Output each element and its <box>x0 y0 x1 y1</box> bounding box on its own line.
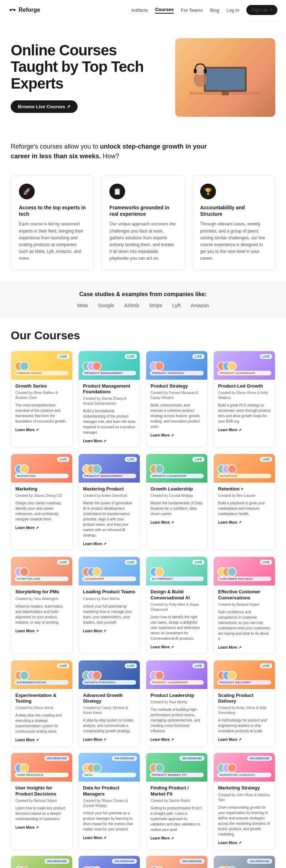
course-creator: Created by Shaun Clowes & Crystal Widjaj… <box>83 798 135 808</box>
course-badge: On-Demand <box>179 756 204 761</box>
avatar <box>20 671 29 680</box>
logo[interactable]: Reforge <box>9 6 40 14</box>
course-description: Learn how to make key product decisions … <box>15 805 68 822</box>
avatar <box>20 464 29 474</box>
course-title: Experimentation & Testing <box>15 693 68 704</box>
course-title: Product Management Foundations <box>83 383 135 395</box>
card-avatars <box>82 567 136 577</box>
course-description: Unlock your full potential as a product … <box>83 810 135 832</box>
course-title: Growth Series <box>15 383 68 389</box>
course-title: Design & Build Conversational AI <box>151 589 203 601</box>
learn-more-link[interactable]: Learn More ↗ <box>218 841 241 845</box>
course-card: On-Demand Engineering Engineering Manage… <box>213 855 275 868</box>
learn-more-link[interactable]: Learn More ↗ <box>15 526 39 530</box>
avatar <box>227 567 237 577</box>
learn-more-link[interactable]: Learn More ↗ <box>83 629 106 633</box>
card-avatars <box>15 763 69 773</box>
card-header-bg: Live AI / Product <box>146 557 207 585</box>
card-header-bg: On-Demand Product Market Fit <box>146 753 207 782</box>
course-badge: Live <box>57 560 69 565</box>
course-card: Live Product Strategy Product Strategy C… <box>146 351 208 448</box>
course-title: Finding Product / Market Fit <box>151 785 203 797</box>
card-body: Mastering Product Created by Aniket Deos… <box>79 483 140 550</box>
course-badge: Live <box>260 663 272 668</box>
course-category: User Research <box>15 773 69 777</box>
svg-point-7 <box>195 65 205 75</box>
learn-more-link[interactable]: Learn More ↗ <box>218 645 241 649</box>
learn-more-link[interactable]: Learn More ↗ <box>15 629 39 633</box>
browse-courses-button[interactable]: Browse Live Courses ↗ <box>11 100 78 113</box>
course-badge: On-Demand <box>247 859 272 864</box>
card-avatars <box>150 866 204 868</box>
nav-login[interactable]: Log In <box>226 8 239 13</box>
course-category: Product Leadership <box>217 371 271 375</box>
learn-more-link[interactable]: Learn More ↗ <box>15 825 39 829</box>
learn-more-link[interactable]: Learn More ↗ <box>151 645 174 649</box>
case-studies-heading: Case studies & examples from companies l… <box>11 291 275 298</box>
learn-more-link[interactable]: Learn More ↗ <box>218 428 241 432</box>
avatar <box>20 567 29 577</box>
card-avatars <box>15 671 69 680</box>
frameworks-icon: 📋 <box>109 184 125 199</box>
svg-rect-4 <box>206 69 245 90</box>
course-title: Product Leadership <box>151 693 203 698</box>
nav-courses[interactable]: Courses <box>155 7 174 14</box>
course-badge: On-Demand <box>112 756 137 761</box>
card-header-bg: Live Experimentation <box>11 660 72 689</box>
card-header-bg: Live Career Series <box>11 351 72 380</box>
learn-more-link[interactable]: Learn More ↗ <box>151 738 174 742</box>
pillars-section: 🚀 Access to the top experts in tech Each… <box>0 165 286 281</box>
card-body: Leading Product Teams Created by Ravi Me… <box>79 585 140 637</box>
course-title: Leading Product Teams <box>83 589 135 595</box>
avatar <box>20 361 29 371</box>
course-badge: On-Demand <box>179 859 204 864</box>
course-title: Product-Led Growth <box>218 383 271 389</box>
learn-more-link[interactable]: Learn More ↗ <box>83 542 106 546</box>
course-card: Live Retention Retention + Created by Be… <box>213 454 275 551</box>
nav-artifacts[interactable]: Artifacts <box>131 8 148 13</box>
learn-more-link[interactable]: Learn More ↗ <box>15 428 39 432</box>
course-card: Live Career Series Growth Series Created… <box>11 351 73 448</box>
course-description: Gain confidence and competence in custom… <box>218 609 271 642</box>
learn-more-link[interactable]: Learn More ↗ <box>83 836 106 840</box>
learn-more-link[interactable]: Learn More ↗ <box>151 836 174 840</box>
card-avatars <box>82 763 136 773</box>
course-category: Storytelling <box>15 577 69 581</box>
navigation: Reforge Artifacts Courses For Teams Blog… <box>0 0 286 20</box>
learn-more-link[interactable]: Learn More ↗ <box>83 439 106 443</box>
card-avatars <box>150 567 204 577</box>
card-avatars <box>150 361 204 371</box>
learn-more-link[interactable]: Learn More ↗ <box>218 520 241 524</box>
course-badge: Live <box>125 663 137 668</box>
course-description: Unlock your full potential by mastering … <box>83 604 135 625</box>
nav-signup-button[interactable]: Sign Up ↗ <box>246 5 277 15</box>
course-category: Leadership <box>82 577 136 581</box>
course-title: Mastering Product <box>83 486 135 492</box>
course-creator: Created by Fareed Mosavat & Casey Winter… <box>151 390 203 400</box>
hero-image-visual <box>175 38 275 117</box>
course-creator: Created by Elena Verna <box>15 705 68 710</box>
learn-more-link[interactable]: Learn More ↗ <box>218 738 241 742</box>
nav-for-teams[interactable]: For Teams <box>181 8 203 13</box>
nav-blog[interactable]: Blog <box>210 8 219 13</box>
learn-more-link[interactable]: Learn More ↗ <box>151 433 174 437</box>
course-creator: Created by Behzad Srijani <box>15 798 68 803</box>
card-avatars <box>82 361 136 371</box>
card-body: Experimentation & Testing Created by Ele… <box>11 689 72 747</box>
course-creator: Created by Andy Johns & Matt Greenberg <box>218 705 271 715</box>
learn-more-link[interactable]: Learn More ↗ <box>83 738 106 742</box>
course-title: Effective Customer Conversations <box>218 589 271 601</box>
card-body: Marketing Strategy Created by John Russ … <box>214 782 275 849</box>
course-description: A methodology for product and engineerin… <box>218 718 271 734</box>
course-badge: Live <box>260 354 272 359</box>
avatar <box>92 464 102 474</box>
card-header-bg: Live Growth Strategy <box>79 660 140 689</box>
course-card: On-Demand User Research User Insights fo… <box>11 753 73 849</box>
course-description: Build a playbook to grow your marketplac… <box>218 500 271 517</box>
logo-airbnb: Airbnb <box>124 303 139 308</box>
learn-more-link[interactable]: Learn More ↗ <box>15 738 39 742</box>
card-header-bg: Live Storytelling <box>11 557 72 585</box>
learn-more-link[interactable]: Learn More ↗ <box>151 520 174 524</box>
card-header-bg: Live Product Management <box>79 454 140 483</box>
course-description: Learn how to identify the right use case… <box>151 614 203 641</box>
